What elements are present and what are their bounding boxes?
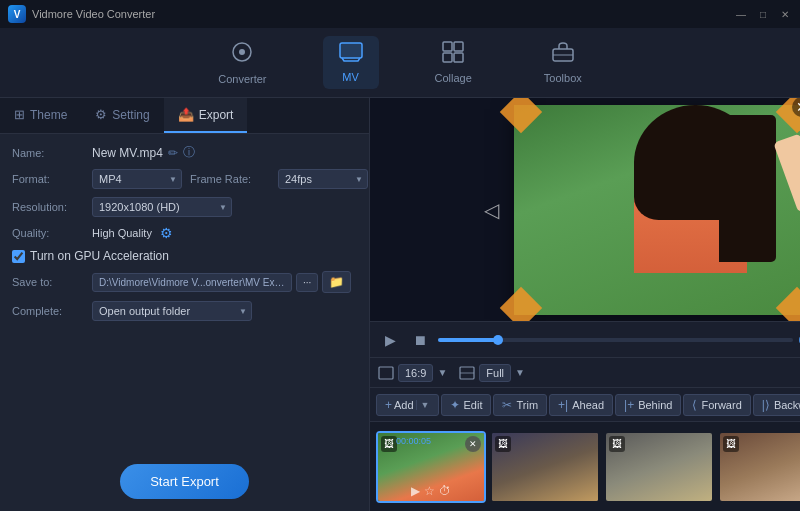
- trim-button[interactable]: ✂ Trim: [493, 394, 547, 416]
- clip-3-top: 🖼: [609, 436, 709, 452]
- format-select[interactable]: MP4 MOV AVI: [92, 169, 182, 189]
- backward-button[interactable]: |⟩ Backward: [753, 394, 800, 416]
- svg-rect-5: [454, 42, 463, 51]
- resolution-label: Resolution:: [12, 201, 84, 213]
- gpu-checkbox[interactable]: [12, 250, 25, 263]
- app-icon: V: [8, 5, 26, 23]
- clip-4-overlay: 🖼: [720, 433, 800, 501]
- tab-theme[interactable]: ⊞ Theme: [0, 98, 81, 133]
- resolution-select[interactable]: 1920x1080 (HD) 1280x720 854x480: [92, 197, 232, 217]
- setting-tab-icon: ⚙: [95, 107, 107, 122]
- tab-theme-label: Theme: [30, 108, 67, 122]
- clip-1-close-button[interactable]: ✕: [465, 436, 481, 452]
- backward-label: Backward: [774, 399, 800, 411]
- format-label: Format:: [12, 173, 84, 185]
- add-label: Add: [394, 399, 414, 411]
- minimize-button[interactable]: —: [734, 7, 748, 21]
- clip-3-img-icon: 🖼: [609, 436, 625, 452]
- path-row: D:\Vidmore\Vidmore V...onverter\MV Expor…: [92, 271, 351, 293]
- timeline: 🖼 00:00:05 ✕ ▶ ☆ ⏱: [370, 421, 800, 511]
- progress-bar[interactable]: [438, 338, 793, 342]
- behind-label: Behind: [638, 399, 672, 411]
- tab-setting-label: Setting: [112, 108, 149, 122]
- clip-4[interactable]: 🖼: [718, 431, 800, 503]
- format-row: Format: MP4 MOV AVI Frame Rate: 24fps 30…: [12, 169, 357, 189]
- tab-setting[interactable]: ⚙ Setting: [81, 98, 163, 133]
- nav-collage[interactable]: Collage: [419, 35, 488, 90]
- size-icon: [459, 366, 475, 380]
- quality-label: Quality:: [12, 227, 84, 239]
- nav-mv[interactable]: MV: [323, 36, 379, 89]
- tab-export[interactable]: 📤 Export: [164, 98, 248, 133]
- theme-tab-icon: ⊞: [14, 107, 25, 122]
- clip-2[interactable]: 🖼: [490, 431, 600, 503]
- clip-1[interactable]: 🖼 00:00:05 ✕ ▶ ☆ ⏱: [376, 431, 486, 503]
- edit-icon: ✦: [450, 398, 460, 412]
- resolution-row: Resolution: 1920x1080 (HD) 1280x720 854x…: [12, 197, 357, 217]
- name-label: Name:: [12, 147, 84, 159]
- add-button[interactable]: + Add ▼: [376, 394, 439, 416]
- nav-toolbox[interactable]: Toolbox: [528, 35, 598, 90]
- nav-toolbox-label: Toolbox: [544, 72, 582, 84]
- save-to-row: Save to: D:\Vidmore\Vidmore V...onverter…: [12, 271, 357, 293]
- clip-1-clock-icon[interactable]: ⏱: [439, 484, 451, 498]
- top-nav: Converter MV Collage: [0, 28, 800, 98]
- format-select-wrapper[interactable]: MP4 MOV AVI: [92, 169, 182, 189]
- svg-rect-7: [454, 53, 463, 62]
- clip-2-overlay: 🖼: [492, 433, 598, 501]
- settings-form: Name: New MV.mp4 ✏ ⓘ Format: MP4 MOV AVI: [0, 134, 369, 452]
- complete-select[interactable]: Open output folder Do nothing: [92, 301, 252, 321]
- preview-prev-button[interactable]: ◁: [484, 198, 499, 222]
- edit-button[interactable]: ✦ Edit: [441, 394, 492, 416]
- name-info-icon[interactable]: ⓘ: [183, 144, 195, 161]
- clip-1-top: 🖼 00:00:05 ✕: [381, 436, 481, 452]
- clip-1-play-icon[interactable]: ▶: [411, 484, 420, 498]
- complete-row: Complete: Open output folder Do nothing: [12, 301, 357, 321]
- name-edit-icon[interactable]: ✏: [168, 146, 178, 160]
- frame-rate-select-wrapper[interactable]: 24fps 30fps 60fps: [278, 169, 368, 189]
- ratio-button[interactable]: 16:9: [398, 364, 433, 382]
- ratio-dropdown-icon[interactable]: ▼: [437, 367, 447, 378]
- controls-bar2: 16:9 ▼ Full ▼ Start Export: [370, 357, 800, 387]
- size-button[interactable]: Full: [479, 364, 511, 382]
- maximize-button[interactable]: □: [756, 7, 770, 21]
- clip-1-img-icon: 🖼: [381, 436, 397, 452]
- path-dots-button[interactable]: ···: [296, 273, 318, 292]
- clip-2-img-icon: 🖼: [495, 436, 511, 452]
- start-export-button[interactable]: Start Export: [120, 464, 249, 499]
- add-dropdown-icon[interactable]: ▼: [416, 400, 430, 410]
- gpu-label: Turn on GPU Acceleration: [30, 249, 169, 263]
- stop-button[interactable]: ⏹: [408, 328, 432, 352]
- size-dropdown-icon[interactable]: ▼: [515, 367, 525, 378]
- open-folder-button[interactable]: 📁: [322, 271, 351, 293]
- toolbox-icon: [551, 41, 575, 68]
- preview-area: ✕ ◁: [370, 98, 800, 321]
- add-icon: +: [385, 398, 392, 412]
- behind-button[interactable]: |+ Behind: [615, 394, 681, 416]
- clip-2-top: 🖼: [495, 436, 595, 452]
- frame-rate-select[interactable]: 24fps 30fps 60fps: [278, 169, 368, 189]
- nav-converter[interactable]: Converter: [202, 34, 282, 91]
- preview-frame: [514, 105, 800, 315]
- title-bar-left: V Vidmore Video Converter: [8, 5, 155, 23]
- play-button[interactable]: ▶: [378, 328, 402, 352]
- close-button[interactable]: ✕: [778, 7, 792, 21]
- name-value-row: New MV.mp4 ✏ ⓘ: [92, 144, 195, 161]
- forward-button[interactable]: ⟨ Forward: [683, 394, 750, 416]
- ratio-selector: 16:9 ▼ Full ▼: [378, 364, 525, 382]
- complete-select-wrapper[interactable]: Open output folder Do nothing: [92, 301, 252, 321]
- complete-label: Complete:: [12, 305, 84, 317]
- save-to-label: Save to:: [12, 276, 84, 288]
- svg-rect-4: [443, 42, 452, 51]
- title-bar: V Vidmore Video Converter — □ ✕: [0, 0, 800, 28]
- clip-3[interactable]: 🖼: [604, 431, 714, 503]
- save-path: D:\Vidmore\Vidmore V...onverter\MV Expor…: [92, 273, 292, 292]
- trim-icon: ✂: [502, 398, 512, 412]
- resolution-select-wrapper[interactable]: 1920x1080 (HD) 1280x720 854x480: [92, 197, 232, 217]
- quality-gear-icon[interactable]: ⚙: [160, 225, 173, 241]
- behind-icon: |+: [624, 398, 634, 412]
- ahead-button[interactable]: +| Ahead: [549, 394, 613, 416]
- preview-container: ✕ ◁: [514, 105, 800, 315]
- svg-point-1: [239, 49, 245, 55]
- clip-1-star-icon[interactable]: ☆: [424, 484, 435, 498]
